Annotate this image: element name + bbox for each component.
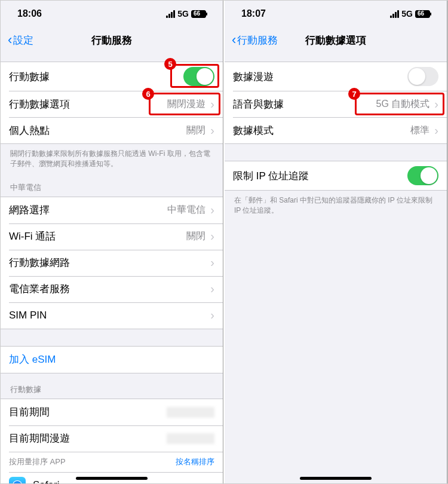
row-label: 數據模式 <box>233 124 410 137</box>
status-right: 5G 66 <box>166 9 206 19</box>
section-header-usage: 行動數據 <box>1 373 223 399</box>
row-label: 加入 eSIM <box>9 353 214 366</box>
sort-label: 按用量排序 APP <box>9 457 176 467</box>
chevron-right-icon: › <box>210 229 214 243</box>
signal-icon <box>166 10 175 18</box>
group-carrier: 網路選擇 中華電信 › Wi-Fi 通話 關閉 › 行動數據網路 › 電信業者服… <box>1 197 223 329</box>
signal-icon <box>390 10 399 18</box>
back-label: 設定 <box>13 33 33 47</box>
row-data-network[interactable]: 行動數據網路 › <box>1 250 223 276</box>
page-title: 行動服務 <box>1 33 223 47</box>
mobile-data-toggle[interactable] <box>183 67 214 86</box>
chevron-right-icon: › <box>210 282 214 296</box>
status-bar: 18:06 5G 66 <box>1 1 223 27</box>
chevron-left-icon: ‹ <box>8 32 12 48</box>
row-carrier-services[interactable]: 電信業者服務 › <box>1 276 223 302</box>
row-value: 關閉 <box>186 230 205 243</box>
clock: 18:06 <box>17 8 42 19</box>
chevron-right-icon: › <box>434 97 438 111</box>
row-label: 目前期間漫遊 <box>9 431 167 445</box>
chevron-right-icon: › <box>210 124 214 137</box>
limit-ip-toggle[interactable] <box>407 166 438 185</box>
row-add-esim[interactable]: 加入 eSIM <box>1 347 223 373</box>
group-privacy: 限制 IP 位址追蹤 <box>225 161 447 191</box>
group-esim: 加入 eSIM <box>1 346 223 373</box>
nav-bar: ‹ 設定 行動服務 <box>1 27 223 53</box>
row-limit-ip-tracking[interactable]: 限制 IP 位址追蹤 <box>225 161 447 190</box>
row-value: 關閉漫遊 <box>167 98 205 111</box>
group-primary: 行動數據 5 行動數據選項 關閉漫遊 › 6 個人熱點 關閉 › <box>1 62 223 144</box>
group-usage: 目前期間 目前期間漫遊 按用量排序 APP 按名稱排序 Safari <box>1 399 223 484</box>
row-label: 限制 IP 位址追蹤 <box>233 169 407 183</box>
back-button[interactable]: ‹ 設定 <box>8 32 33 48</box>
home-indicator[interactable] <box>76 477 148 480</box>
footer-note: 關閉行動數據來限制所有數據服務只能透過 Wi-Fi 取用，包含電子郵件、瀏覽網頁… <box>1 144 223 171</box>
phone-left: 18:06 5G 66 ‹ 設定 行動服務 行動數據 5 行動數據選項 關閉漫遊… <box>1 1 223 483</box>
row-label: 行動數據選項 <box>9 97 167 111</box>
battery-icon: 66 <box>415 10 430 18</box>
chevron-left-icon: ‹ <box>232 32 236 48</box>
row-label: Wi-Fi 通話 <box>9 229 186 243</box>
chevron-right-icon: › <box>210 308 214 322</box>
badge-5: 5 <box>164 58 176 70</box>
row-label: 電信業者服務 <box>9 282 205 296</box>
row-voice-data[interactable]: 語音與數據 5G 自動模式 › 7 <box>225 91 447 117</box>
row-label: SIM PIN <box>9 310 205 321</box>
safari-icon <box>9 477 26 484</box>
row-hotspot[interactable]: 個人熱點 關閉 › <box>1 117 223 143</box>
row-value: 5G 自動模式 <box>376 98 430 111</box>
back-label: 行動服務 <box>237 33 278 47</box>
row-data-roaming[interactable]: 數據漫遊 <box>225 62 447 91</box>
row-label: 行動數據 <box>9 70 183 84</box>
nav-bar: ‹ 行動服務 行動數據選項 <box>225 27 447 53</box>
section-header-carrier: 中華電信 <box>1 171 223 197</box>
row-value: 標準 <box>410 124 429 137</box>
chevron-right-icon: › <box>210 203 214 217</box>
row-sim-pin[interactable]: SIM PIN › <box>1 302 223 329</box>
row-current-period[interactable]: 目前期間 <box>1 399 223 425</box>
roaming-toggle[interactable] <box>407 67 438 86</box>
sort-link[interactable]: 按名稱排序 <box>176 457 214 467</box>
blurred-value <box>167 433 214 444</box>
chevron-right-icon: › <box>210 97 214 111</box>
row-mobile-data[interactable]: 行動數據 5 <box>1 62 223 91</box>
row-network-selection[interactable]: 網路選擇 中華電信 › <box>1 197 223 223</box>
badge-6: 6 <box>142 88 154 100</box>
row-value: 中華電信 <box>167 204 205 216</box>
clock: 18:07 <box>241 8 266 19</box>
status-bar: 18:07 5G 66 <box>225 1 447 27</box>
row-label: 行動數據網路 <box>9 256 205 269</box>
network-label: 5G <box>401 9 413 19</box>
footer-note: 在「郵件」和 Safari 中對已知的追蹤器隱藏你的 IP 位址來限制 IP 位… <box>225 191 447 218</box>
row-label: 網路選擇 <box>9 203 167 217</box>
status-right: 5G 66 <box>390 9 430 19</box>
row-value: 關閉 <box>186 124 205 137</box>
row-wifi-calling[interactable]: Wi-Fi 通話 關閉 › <box>1 223 223 250</box>
home-indicator[interactable] <box>300 477 372 480</box>
blurred-value <box>167 407 214 418</box>
row-current-period-roaming[interactable]: 目前期間漫遊 <box>1 425 223 452</box>
row-data-options[interactable]: 行動數據選項 關閉漫遊 › 6 <box>1 91 223 117</box>
chevron-right-icon: › <box>434 124 438 137</box>
row-data-mode[interactable]: 數據模式 標準 › <box>225 117 447 143</box>
network-label: 5G <box>177 9 189 19</box>
phone-right: 18:07 5G 66 ‹ 行動服務 行動數據選項 數據漫遊 語音與數據 5G … <box>225 1 447 483</box>
battery-icon: 66 <box>191 10 206 18</box>
badge-7: 7 <box>348 88 360 100</box>
row-sort[interactable]: 按用量排序 APP 按名稱排序 <box>1 452 223 472</box>
row-label: 數據漫遊 <box>233 70 407 84</box>
back-button[interactable]: ‹ 行動服務 <box>232 32 278 48</box>
row-label: 目前期間 <box>9 405 167 419</box>
chevron-right-icon: › <box>210 256 214 269</box>
group-options: 數據漫遊 語音與數據 5G 自動模式 › 7 數據模式 標準 › <box>225 62 447 144</box>
row-label: 個人熱點 <box>9 124 186 137</box>
